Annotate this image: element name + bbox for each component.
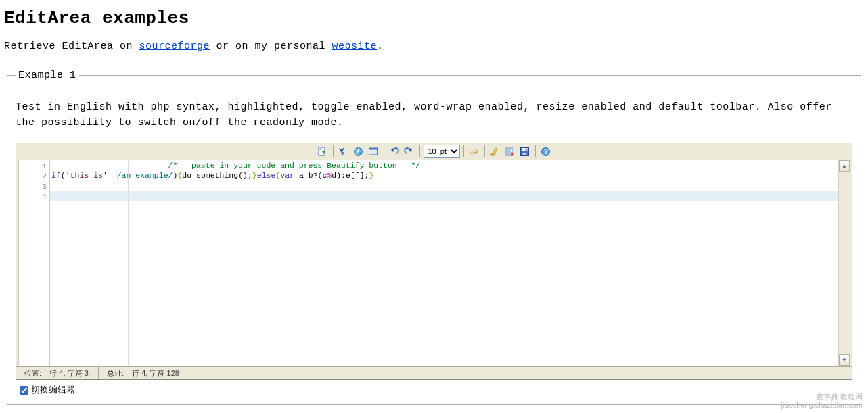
toolbar-separator <box>333 145 334 157</box>
scroll-down-icon[interactable]: ▼ <box>839 354 850 366</box>
toolbar-separator <box>484 145 485 157</box>
svg-rect-10 <box>491 154 495 155</box>
svg-text:ab: ab <box>470 148 476 155</box>
save-icon[interactable] <box>518 145 532 158</box>
status-position: 位置: 行 4, 字符 3 <box>20 367 99 379</box>
svg-marker-6 <box>410 148 412 152</box>
code-editor: 10 pt ab ? 1 2 <box>16 143 852 380</box>
undo-icon[interactable] <box>388 145 401 158</box>
help-icon[interactable]: ? <box>539 145 553 158</box>
website-link[interactable]: website <box>332 41 378 52</box>
toolbar-separator <box>535 145 536 157</box>
svg-rect-18 <box>523 153 527 155</box>
example-1-legend: Example 1 <box>16 70 79 81</box>
code-area-wrapper: 1 2 3 4 /* paste in your code and press … <box>18 160 850 366</box>
word-wrap-icon[interactable]: ab <box>467 145 481 158</box>
search-icon[interactable] <box>337 145 350 158</box>
intro-mid: or on my personal <box>210 41 332 52</box>
intro-pre: Retrieve EditArea on <box>4 41 139 52</box>
toggle-editor-checkbox[interactable] <box>20 386 28 395</box>
sourceforge-link[interactable]: sourceforge <box>139 41 210 52</box>
toolbar-separator <box>384 145 384 157</box>
vertical-scrollbar[interactable]: ▲ ▼ <box>838 160 850 366</box>
line-number-gutter: 1 2 3 4 <box>19 160 50 366</box>
font-size-select[interactable]: 10 pt <box>424 145 460 158</box>
new-document-icon[interactable] <box>316 145 329 158</box>
font-size-dropdown[interactable]: 10 pt <box>424 145 459 157</box>
svg-marker-9 <box>493 148 497 154</box>
fullscreen-icon[interactable] <box>367 145 380 158</box>
reset-highlight-icon[interactable] <box>503 145 517 158</box>
status-total: 总计: 行 4, 字符 128 <box>99 367 189 379</box>
code-line-3 <box>50 180 838 191</box>
svg-text:?: ? <box>544 148 548 155</box>
toolbar-separator <box>463 145 464 157</box>
intro-post: . <box>377 41 384 52</box>
scroll-up-icon[interactable]: ▲ <box>839 160 850 172</box>
svg-rect-4 <box>369 148 378 150</box>
code-area[interactable]: /* paste in your code and press Beautify… <box>50 160 838 366</box>
line-number: 2 <box>19 171 49 181</box>
toggle-editor-label[interactable]: 切换编辑器 <box>31 384 75 396</box>
watermark: 查字典 教程网 jiaocheng.chazidian.com <box>781 393 863 408</box>
code-line-4 <box>50 191 838 201</box>
editor-toolbar: 10 pt ab ? <box>16 143 852 160</box>
svg-point-15 <box>511 152 514 155</box>
svg-marker-5 <box>391 148 393 152</box>
go-to-line-icon[interactable] <box>352 145 365 158</box>
line-number: 4 <box>19 191 49 201</box>
code-line-2: if('this_is'==/an_example/){do_something… <box>50 170 838 180</box>
line-number: 1 <box>19 161 49 171</box>
intro-text: Retrieve EditArea on sourceforge or on m… <box>4 41 865 52</box>
highlight-icon[interactable] <box>488 145 502 158</box>
svg-rect-19 <box>526 148 527 151</box>
page-title: EditArea examples <box>4 8 865 28</box>
editor-status-bar: 位置: 行 4, 字符 3 总计: 行 4, 字符 128 <box>16 366 852 379</box>
toolbar-separator <box>419 145 420 157</box>
example-1-fieldset: Example 1 Test in English with php synta… <box>7 70 861 405</box>
code-line-1: /* paste in your code and press Beautify… <box>50 160 838 170</box>
example-1-description: Test in English with php syntax, highlig… <box>16 100 852 130</box>
redo-icon[interactable] <box>403 145 416 158</box>
toggle-editor-row: 切换编辑器 <box>16 384 852 396</box>
line-number: 3 <box>19 181 49 191</box>
